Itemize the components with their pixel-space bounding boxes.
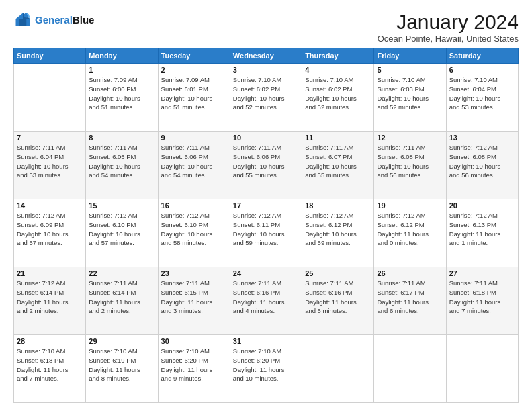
- day-number: 23: [161, 269, 227, 277]
- calendar-cell: [446, 335, 518, 403]
- day-number: 8: [89, 134, 154, 142]
- logo-text: GeneralBlue: [35, 15, 94, 26]
- logo-blue: Blue: [73, 14, 95, 26]
- day-info: Sunrise: 7:12 AMSunset: 6:14 PMDaylight:…: [17, 279, 83, 316]
- day-info: Sunrise: 7:10 AMSunset: 6:20 PMDaylight:…: [161, 347, 227, 383]
- title-block: January 2024 Ocean Pointe, Hawaii, Unite…: [378, 11, 519, 44]
- day-info: Sunrise: 7:12 AMSunset: 6:13 PMDaylight:…: [449, 211, 515, 248]
- calendar-cell: 9Sunrise: 7:11 AMSunset: 6:06 PMDaylight…: [158, 132, 230, 199]
- calendar-cell: 30Sunrise: 7:10 AMSunset: 6:20 PMDayligh…: [158, 335, 230, 403]
- calendar-cell: 19Sunrise: 7:12 AMSunset: 6:12 PMDayligh…: [374, 199, 446, 267]
- calendar-cell: 22Sunrise: 7:11 AMSunset: 6:14 PMDayligh…: [86, 267, 158, 335]
- day-number: 27: [449, 269, 515, 277]
- calendar-week-1: 7Sunrise: 7:11 AMSunset: 6:04 PMDaylight…: [14, 132, 519, 199]
- calendar-cell: 3Sunrise: 7:10 AMSunset: 6:02 PMDaylight…: [230, 64, 302, 132]
- calendar-cell: 2Sunrise: 7:09 AMSunset: 6:01 PMDaylight…: [158, 64, 230, 132]
- day-number: 18: [305, 201, 371, 210]
- day-number: 10: [233, 134, 299, 142]
- day-info: Sunrise: 7:10 AMSunset: 6:03 PMDaylight:…: [377, 75, 443, 112]
- day-info: Sunrise: 7:12 AMSunset: 6:12 PMDaylight:…: [377, 211, 443, 248]
- header-day-thursday: Thursday: [302, 48, 374, 64]
- day-number: 24: [233, 269, 299, 277]
- calendar-cell: 12Sunrise: 7:11 AMSunset: 6:08 PMDayligh…: [374, 132, 446, 199]
- calendar-cell: 26Sunrise: 7:11 AMSunset: 6:17 PMDayligh…: [374, 267, 446, 335]
- day-number: 11: [305, 134, 371, 142]
- day-info: Sunrise: 7:11 AMSunset: 6:06 PMDaylight:…: [161, 143, 227, 180]
- day-number: 30: [161, 337, 227, 345]
- calendar-cell: 11Sunrise: 7:11 AMSunset: 6:07 PMDayligh…: [302, 132, 374, 199]
- day-number: 20: [449, 201, 515, 210]
- day-number: 6: [449, 66, 515, 74]
- calendar-cell: 25Sunrise: 7:11 AMSunset: 6:16 PMDayligh…: [302, 267, 374, 335]
- header-day-saturday: Saturday: [446, 48, 518, 64]
- calendar-cell: 16Sunrise: 7:12 AMSunset: 6:10 PMDayligh…: [158, 199, 230, 267]
- day-number: 26: [377, 269, 443, 277]
- logo-icon: [13, 11, 32, 30]
- calendar-cell: 27Sunrise: 7:11 AMSunset: 6:18 PMDayligh…: [446, 267, 518, 335]
- day-info: Sunrise: 7:12 AMSunset: 6:12 PMDaylight:…: [305, 211, 371, 248]
- calendar-cell: 28Sunrise: 7:10 AMSunset: 6:18 PMDayligh…: [14, 335, 86, 403]
- calendar-cell: 15Sunrise: 7:12 AMSunset: 6:10 PMDayligh…: [86, 199, 158, 267]
- day-number: 5: [377, 66, 443, 74]
- day-number: 17: [233, 201, 299, 210]
- day-number: 25: [305, 269, 371, 277]
- calendar-header: SundayMondayTuesdayWednesdayThursdayFrid…: [14, 48, 519, 64]
- day-info: Sunrise: 7:10 AMSunset: 6:20 PMDaylight:…: [233, 347, 299, 383]
- calendar-cell: 13Sunrise: 7:12 AMSunset: 6:08 PMDayligh…: [446, 132, 518, 199]
- calendar-cell: 6Sunrise: 7:10 AMSunset: 6:04 PMDaylight…: [446, 64, 518, 132]
- calendar-cell: 24Sunrise: 7:11 AMSunset: 6:16 PMDayligh…: [230, 267, 302, 335]
- main-title: January 2024: [378, 11, 519, 34]
- day-number: 7: [17, 134, 83, 142]
- day-info: Sunrise: 7:11 AMSunset: 6:18 PMDaylight:…: [449, 279, 515, 316]
- day-number: 13: [449, 134, 515, 142]
- day-info: Sunrise: 7:12 AMSunset: 6:08 PMDaylight:…: [449, 143, 515, 180]
- calendar-cell: 10Sunrise: 7:11 AMSunset: 6:06 PMDayligh…: [230, 132, 302, 199]
- calendar-cell: 23Sunrise: 7:11 AMSunset: 6:15 PMDayligh…: [158, 267, 230, 335]
- day-number: 9: [161, 134, 227, 142]
- day-info: Sunrise: 7:10 AMSunset: 6:04 PMDaylight:…: [449, 75, 515, 112]
- day-number: 19: [377, 201, 443, 210]
- day-number: 31: [233, 337, 299, 345]
- day-info: Sunrise: 7:11 AMSunset: 6:17 PMDaylight:…: [377, 279, 443, 316]
- calendar-cell: 17Sunrise: 7:12 AMSunset: 6:11 PMDayligh…: [230, 199, 302, 267]
- day-info: Sunrise: 7:11 AMSunset: 6:14 PMDaylight:…: [89, 279, 154, 316]
- day-number: 14: [17, 201, 83, 210]
- day-info: Sunrise: 7:10 AMSunset: 6:02 PMDaylight:…: [305, 75, 371, 112]
- header-day-wednesday: Wednesday: [230, 48, 302, 64]
- day-number: 1: [89, 66, 154, 74]
- day-info: Sunrise: 7:10 AMSunset: 6:18 PMDaylight:…: [17, 347, 83, 383]
- day-number: 15: [89, 201, 154, 210]
- calendar-week-0: 1Sunrise: 7:09 AMSunset: 6:00 PMDaylight…: [14, 64, 519, 132]
- header-day-friday: Friday: [374, 48, 446, 64]
- day-number: 22: [89, 269, 154, 277]
- day-info: Sunrise: 7:10 AMSunset: 6:02 PMDaylight:…: [233, 75, 299, 112]
- calendar-cell: 29Sunrise: 7:10 AMSunset: 6:19 PMDayligh…: [86, 335, 158, 403]
- day-info: Sunrise: 7:10 AMSunset: 6:19 PMDaylight:…: [89, 347, 154, 383]
- calendar-cell: 18Sunrise: 7:12 AMSunset: 6:12 PMDayligh…: [302, 199, 374, 267]
- day-number: 29: [89, 337, 154, 345]
- page: GeneralBlue January 2024 Ocean Pointe, H…: [0, 0, 532, 411]
- day-number: 2: [161, 66, 227, 74]
- calendar-cell: 31Sunrise: 7:10 AMSunset: 6:20 PMDayligh…: [230, 335, 302, 403]
- day-number: 21: [17, 269, 83, 277]
- day-info: Sunrise: 7:12 AMSunset: 6:10 PMDaylight:…: [161, 211, 227, 248]
- header: GeneralBlue January 2024 Ocean Pointe, H…: [13, 11, 519, 44]
- day-info: Sunrise: 7:11 AMSunset: 6:05 PMDaylight:…: [89, 143, 154, 180]
- day-info: Sunrise: 7:11 AMSunset: 6:08 PMDaylight:…: [377, 143, 443, 180]
- logo: GeneralBlue: [13, 11, 94, 30]
- subtitle: Ocean Pointe, Hawaii, United States: [378, 34, 519, 44]
- calendar-cell: 4Sunrise: 7:10 AMSunset: 6:02 PMDaylight…: [302, 64, 374, 132]
- calendar-cell: 1Sunrise: 7:09 AMSunset: 6:00 PMDaylight…: [86, 64, 158, 132]
- calendar-cell: 14Sunrise: 7:12 AMSunset: 6:09 PMDayligh…: [14, 199, 86, 267]
- calendar-cell: 21Sunrise: 7:12 AMSunset: 6:14 PMDayligh…: [14, 267, 86, 335]
- svg-rect-2: [19, 19, 27, 26]
- calendar-body: 1Sunrise: 7:09 AMSunset: 6:00 PMDaylight…: [14, 64, 519, 403]
- day-info: Sunrise: 7:09 AMSunset: 6:01 PMDaylight:…: [161, 75, 227, 112]
- header-row: SundayMondayTuesdayWednesdayThursdayFrid…: [14, 48, 519, 64]
- day-info: Sunrise: 7:11 AMSunset: 6:07 PMDaylight:…: [305, 143, 371, 180]
- calendar-cell: 7Sunrise: 7:11 AMSunset: 6:04 PMDaylight…: [14, 132, 86, 199]
- day-info: Sunrise: 7:11 AMSunset: 6:06 PMDaylight:…: [233, 143, 299, 180]
- calendar-cell: 8Sunrise: 7:11 AMSunset: 6:05 PMDaylight…: [86, 132, 158, 199]
- calendar-cell: [374, 335, 446, 403]
- day-info: Sunrise: 7:12 AMSunset: 6:11 PMDaylight:…: [233, 211, 299, 248]
